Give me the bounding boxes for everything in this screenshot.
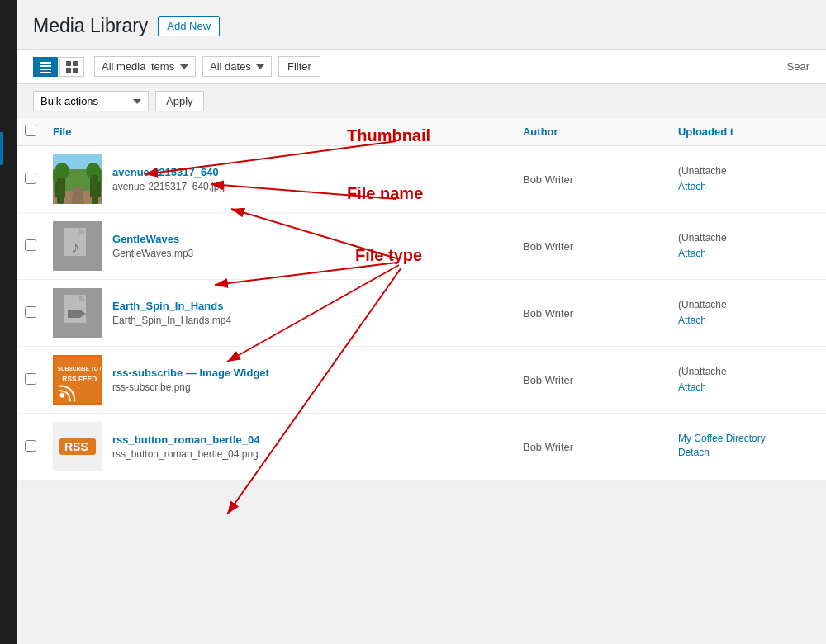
unattached-status: (Unattache — [678, 165, 727, 177]
file-cell: avenue-2215317_640 avenue-2215317_640.jp… — [53, 154, 506, 204]
file-name-link[interactable]: Earth_Spin_In_Hands — [112, 300, 506, 312]
svg-text:SUBSCRIBE TO OUR: SUBSCRIBE TO OUR — [58, 366, 101, 372]
file-cell: ♪ GentleWaves GentleWaves.mp3 — [53, 221, 506, 271]
author-cell: Bob Writer — [515, 146, 670, 213]
filter-button[interactable]: Filter — [278, 56, 320, 77]
table-row: Earth_Spin_In_Hands Earth_Spin_In_Hands.… — [17, 280, 826, 347]
uploaded-cell: (Unattache Attach — [670, 280, 826, 347]
uploaded-cell: (Unattache Attach — [670, 347, 826, 414]
rss-subscribe-thumbnail: SUBSCRIBE TO OUR RSS FEED — [53, 355, 102, 405]
author-cell: Bob Writer — [515, 280, 670, 347]
svg-rect-4 — [66, 61, 71, 66]
file-cell: Earth_Spin_In_Hands Earth_Spin_In_Hands.… — [53, 288, 506, 338]
row-checkbox[interactable] — [25, 239, 36, 251]
file-info: rss-subscribe — Image Widget rss-subscri… — [112, 367, 506, 393]
file-info: avenue-2215317_640 avenue-2215317_640.jp… — [112, 166, 506, 192]
uploaded-cell: (Unattache Attach — [670, 146, 826, 213]
svg-rect-3 — [40, 72, 51, 73]
page-header: Media Library Add New — [17, 0, 826, 49]
author-cell: Bob Writer — [515, 347, 670, 414]
file-type: rss-subscribe.png — [112, 381, 191, 393]
uploaded-cell: My Coffee Directory Detach — [670, 414, 826, 481]
col-header-file: File — [45, 118, 515, 146]
attach-link[interactable]: Attach — [678, 246, 818, 262]
file-name-link[interactable]: GentleWaves — [112, 233, 506, 245]
rss-subscribe-image: SUBSCRIBE TO OUR RSS FEED — [55, 355, 101, 405]
rss-btn-image: RSS — [53, 422, 102, 471]
unattached-status: (Unattache — [678, 232, 727, 244]
list-icon — [40, 61, 51, 73]
sidebar-accent — [0, 132, 3, 165]
grid-view-button[interactable] — [59, 57, 84, 77]
attach-link[interactable]: Attach — [678, 179, 818, 195]
svg-rect-2 — [40, 69, 51, 70]
author-cell: Bob Writer — [515, 414, 670, 481]
filter-row: All media items All dates Filter Sear — [17, 49, 826, 84]
bulk-actions-select[interactable]: Bulk actions — [33, 91, 149, 111]
table-row: RSS rss_button_roman_bertle_04 rss_butto… — [17, 414, 826, 481]
file-name-link[interactable]: rss_button_roman_bertle_04 — [112, 433, 506, 446]
rss-btn-thumbnail: RSS — [53, 422, 102, 471]
tree-road-image — [53, 154, 102, 204]
svg-rect-5 — [73, 61, 78, 66]
unattached-status: (Unattache — [678, 366, 727, 377]
row-checkbox[interactable] — [25, 373, 36, 385]
detach-link[interactable]: Detach — [678, 445, 818, 461]
svg-rect-0 — [40, 62, 51, 64]
bulk-actions-row: Bulk actions Apply — [17, 84, 826, 118]
row-checkbox[interactable] — [25, 440, 36, 452]
attach-link[interactable]: Attach — [678, 380, 818, 395]
thumbnail — [53, 288, 102, 338]
view-toggle — [33, 57, 84, 77]
file-name-link[interactable]: rss-subscribe — Image Widget — [112, 367, 506, 379]
content-area: Thumbnail File name File type — [17, 118, 826, 644]
table-row: ♪ GentleWaves GentleWaves.mp3 Bob Wr — [17, 213, 826, 280]
thumbnail: ♪ — [53, 221, 102, 271]
list-view-button[interactable] — [33, 57, 58, 77]
file-type: rss_button_roman_bertle_04.png — [112, 448, 259, 460]
audio-thumbnail: ♪ — [53, 221, 102, 271]
add-new-button[interactable]: Add New — [158, 16, 220, 36]
file-cell: SUBSCRIBE TO OUR RSS FEED — [53, 355, 506, 405]
svg-text:RSS FEED: RSS FEED — [62, 375, 97, 383]
select-all-checkbox[interactable] — [25, 125, 36, 136]
main-content: Media Library Add New — [17, 0, 826, 644]
sidebar — [0, 0, 17, 644]
col-header-uploaded: Uploaded t — [670, 118, 826, 146]
thumbnail: RSS — [53, 422, 102, 471]
image-thumbnail — [53, 154, 102, 204]
search-label: Sear — [787, 60, 809, 73]
row-checkbox[interactable] — [25, 306, 36, 318]
coffee-directory-link[interactable]: My Coffee Directory — [678, 433, 818, 446]
author-cell: Bob Writer — [515, 213, 670, 280]
thumbnail: SUBSCRIBE TO OUR RSS FEED — [53, 355, 102, 405]
svg-rect-36 — [68, 310, 81, 318]
file-name-link[interactable]: avenue-2215317_640 — [112, 166, 506, 178]
thumbnail — [53, 154, 102, 204]
svg-rect-21 — [90, 173, 96, 197]
row-checkbox[interactable] — [25, 173, 36, 184]
video-thumbnail — [53, 288, 102, 338]
svg-text:RSS: RSS — [64, 440, 88, 453]
svg-rect-6 — [66, 68, 71, 73]
attach-link[interactable]: Attach — [678, 313, 818, 329]
file-info: rss_button_roman_bertle_04 rss_button_ro… — [112, 433, 506, 460]
file-type: GentleWaves.mp3 — [112, 248, 193, 259]
apply-button[interactable]: Apply — [155, 91, 204, 111]
svg-rect-7 — [73, 68, 78, 73]
table-scroll-area: File Author Uploaded t — [17, 118, 826, 644]
date-filter[interactable]: All dates — [202, 56, 272, 77]
file-type: Earth_Spin_In_Hands.mp4 — [112, 315, 231, 326]
svg-text:♪: ♪ — [71, 238, 79, 256]
table-row: avenue-2215317_640 avenue-2215317_640.jp… — [17, 146, 826, 213]
file-type: avenue-2215317_640.jpg — [112, 181, 225, 192]
uploaded-cell: (Unattache Attach — [670, 213, 826, 280]
grid-icon — [66, 61, 78, 73]
media-type-filter[interactable]: All media items — [94, 56, 196, 77]
svg-point-41 — [60, 393, 65, 398]
page-title: Media Library — [33, 15, 148, 37]
file-info: Earth_Spin_In_Hands Earth_Spin_In_Hands.… — [112, 300, 506, 326]
svg-rect-1 — [40, 65, 51, 67]
file-info: GentleWaves GentleWaves.mp3 — [112, 233, 506, 259]
file-cell: RSS rss_button_roman_bertle_04 rss_butto… — [53, 422, 506, 471]
